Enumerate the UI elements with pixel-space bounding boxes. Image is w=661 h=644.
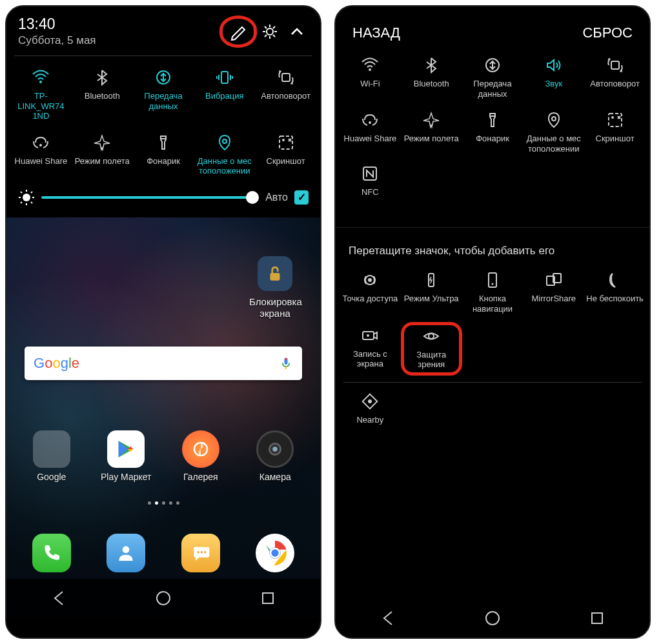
google-logo: Google	[34, 355, 79, 372]
wifi-icon	[32, 68, 50, 87]
app-gallery[interactable]: Галерея	[174, 430, 228, 482]
tile-label: Фонарик	[476, 134, 509, 153]
dock-chrome[interactable]	[256, 534, 294, 572]
app-camera[interactable]: Камера	[248, 430, 302, 482]
page-indicator	[6, 501, 320, 505]
tile-label: TP-LINK_WR74 1ND	[12, 91, 70, 121]
tile-nearby[interactable]: Nearby	[340, 389, 401, 437]
tile-wifi[interactable]: Wi-Fi	[340, 53, 401, 101]
phone-left: 13:40 Суббота, 5 мая TP-LINK_WR74 1NDBlu…	[5, 5, 321, 639]
bluetooth-icon	[422, 55, 440, 75]
tile-eye[interactable]: Защита зрения	[401, 322, 462, 376]
dnd-icon	[606, 270, 624, 290]
tile-dnd[interactable]: Не беспокоить	[584, 268, 646, 316]
tile-label: Не беспокоить	[586, 294, 644, 313]
vibrate-icon	[216, 68, 234, 87]
tile-airplane[interactable]: Режим полета	[72, 130, 133, 179]
tile-rotate[interactable]: Автоповорот	[255, 65, 316, 124]
camera-icon	[256, 430, 294, 468]
tile-label: Передача данных	[134, 91, 193, 111]
quick-settings-header: 13:40 Суббота, 5 мая	[6, 6, 320, 52]
app-row: Google Play Маркет Галерея Камера	[6, 430, 320, 482]
tile-label: Фонарик	[147, 156, 180, 176]
tile-label: Автоповорот	[261, 91, 310, 110]
tile-data[interactable]: Передача данных	[462, 53, 524, 101]
nav-home[interactable]	[154, 589, 172, 607]
tile-record[interactable]: Запись с экрана	[340, 323, 401, 376]
tile-label: Bluetooth	[85, 91, 120, 110]
share-icon	[32, 133, 50, 152]
wifi-icon	[361, 55, 379, 75]
location-icon	[216, 133, 234, 152]
dock-phone[interactable]	[32, 534, 71, 572]
svg-point-37	[270, 548, 280, 558]
tile-nfc[interactable]: NFC	[340, 161, 401, 209]
tile-hotspot[interactable]: Точка доступа	[340, 268, 401, 316]
tile-screenshot[interactable]: Скриншот	[584, 108, 646, 156]
nav-recent[interactable]	[588, 609, 606, 627]
tile-label: Скриншот	[267, 156, 305, 176]
svg-point-33	[200, 551, 202, 553]
tile-label: Автоповорот	[590, 79, 640, 98]
tile-share[interactable]: Huawei Share	[340, 108, 401, 156]
edit-header: НАЗАД СБРОС	[336, 6, 649, 50]
tile-data[interactable]: Передача данных	[133, 65, 194, 124]
tile-sound[interactable]: Звук	[523, 53, 584, 101]
nearby-row: Nearby	[336, 387, 649, 439]
bluetooth-icon	[93, 68, 111, 87]
tile-share[interactable]: Huawei Share	[10, 130, 72, 179]
app-play-market[interactable]: Play Маркет	[99, 430, 153, 482]
tile-airplane[interactable]: Режим полета	[401, 108, 462, 156]
tile-label: Huawei Share	[344, 134, 397, 153]
tile-wifi[interactable]: TP-LINK_WR74 1ND	[10, 65, 72, 124]
divider	[14, 55, 312, 56]
nfc-row: NFC	[336, 159, 649, 219]
tile-screenshot[interactable]: Скриншот	[255, 130, 316, 179]
mic-icon[interactable]	[279, 356, 293, 370]
dock	[6, 534, 320, 572]
tile-ultra[interactable]: Режим Ультра	[401, 268, 462, 316]
nav-recent[interactable]	[259, 589, 277, 607]
tile-rotate[interactable]: Автоповорот	[584, 53, 646, 101]
qs-tiles-grid: TP-LINK_WR74 1NDBluetoothПередача данных…	[6, 60, 320, 180]
tile-vibrate[interactable]: Вибрация	[194, 65, 255, 124]
dock-contacts[interactable]	[107, 534, 145, 572]
tile-torch[interactable]: Фонарик	[462, 108, 524, 156]
available-tiles-grid: Точка доступаРежим УльтраКнопка навигаци…	[336, 265, 649, 377]
tile-label: Режим полета	[75, 156, 130, 176]
tile-bluetooth[interactable]: Bluetooth	[401, 53, 462, 101]
reset-button[interactable]: СБРОС	[582, 25, 633, 41]
settings-icon[interactable]	[258, 20, 281, 43]
tile-navbutton[interactable]: Кнопка навигации	[462, 268, 524, 316]
auto-brightness-checkbox[interactable]: ✓	[294, 190, 309, 205]
nfc-icon	[361, 164, 379, 183]
screenshot-icon	[277, 133, 295, 152]
edit-icon[interactable]	[227, 20, 250, 43]
collapse-icon[interactable]	[285, 20, 309, 43]
back-button[interactable]: НАЗАД	[352, 25, 400, 41]
dock-messages[interactable]	[181, 534, 220, 572]
tile-label: Кнопка навигации	[463, 294, 522, 314]
tile-label: Скриншот	[596, 134, 635, 153]
tile-torch[interactable]: Фонарик	[133, 130, 194, 179]
google-search-bar[interactable]: Google	[25, 347, 302, 380]
app-google-folder[interactable]: Google	[25, 430, 79, 482]
tile-bluetooth[interactable]: Bluetooth	[72, 65, 133, 124]
lock-widget[interactable]: Блокировка экрана	[249, 256, 301, 319]
nav-back[interactable]	[50, 589, 68, 607]
torch-icon	[483, 110, 502, 130]
tile-mirror[interactable]: MirrorShare	[523, 268, 584, 316]
tile-label: Защита зрения	[405, 350, 458, 370]
tile-label: Режим полета	[404, 134, 459, 153]
tile-label: Wi-Fi	[360, 79, 380, 98]
tile-location[interactable]: Данные о мес тоположении	[194, 130, 255, 179]
tile-location[interactable]: Данные о мес тоположении	[523, 108, 584, 156]
divider	[343, 382, 642, 383]
gallery-icon	[182, 430, 219, 468]
nav-home[interactable]	[483, 609, 502, 627]
tile-label: Вибрация	[205, 91, 244, 110]
sun-icon	[18, 189, 35, 206]
airplane-icon	[422, 110, 440, 130]
nav-back[interactable]	[379, 609, 397, 627]
brightness-slider[interactable]	[41, 196, 259, 199]
